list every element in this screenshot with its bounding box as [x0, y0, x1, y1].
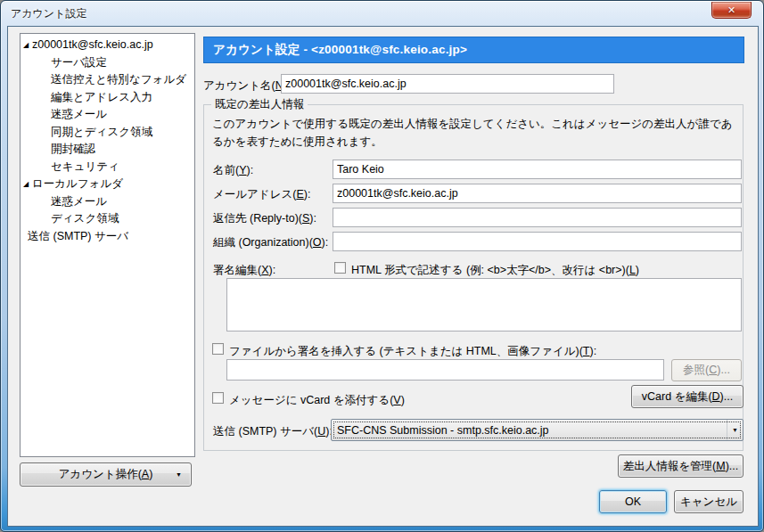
email-input[interactable]	[333, 184, 742, 203]
access-key: O	[313, 236, 322, 249]
label-part: アカウント名(	[203, 79, 275, 92]
label-part: )...	[717, 364, 730, 376]
access-key: U	[317, 425, 325, 438]
tree-item-label: ローカルフォルダ	[32, 177, 123, 190]
reply-to-label: 返信先 (Reply-to)(S):	[213, 211, 316, 226]
label-part: ):	[309, 212, 316, 225]
name-input[interactable]	[333, 160, 742, 179]
tree-item-junk-settings[interactable]: 迷惑メール	[21, 106, 194, 124]
file-signature-checkbox-label: ファイルから署名を挿入する (テキストまたは HTML、画像ファイル)(T):	[229, 344, 596, 359]
tree-item-local-junk[interactable]: 迷惑メール	[21, 193, 194, 211]
access-key: M	[716, 460, 725, 472]
access-key: E	[296, 188, 303, 201]
tree-item-label: 同期とディスク領域	[51, 126, 152, 138]
reply-to-input[interactable]	[333, 208, 742, 227]
tree-item-label: 迷惑メール	[51, 195, 107, 208]
expanded-icon: ◢	[23, 176, 29, 193]
ok-button[interactable]: OK	[599, 490, 667, 513]
html-signature-checkbox-label: HTML 形式で記述する (例: <b>太字</b>、改行は <br>)(L)	[351, 263, 639, 278]
label-part: ):	[269, 264, 276, 276]
label-part: 差出人情報を管理(	[623, 460, 716, 472]
tree-item-outgoing-server[interactable]: 送信 (SMTP) サーバ	[21, 228, 194, 246]
browse-button: 参照(C)...	[671, 359, 742, 381]
attach-vcard-checkbox-label: メッセージに vCard を添付する(V)	[229, 393, 405, 408]
access-key: L	[629, 264, 636, 276]
label-part: 名前(	[213, 164, 239, 176]
label-part: 返信先 (Reply-to)(	[213, 212, 302, 225]
close-icon: ✕	[727, 4, 735, 15]
tree-item-local-disk-space[interactable]: ディスク領域	[21, 210, 194, 228]
label-part: )...	[726, 460, 739, 472]
label-part: ):	[247, 164, 254, 176]
label-part: )...	[720, 390, 734, 403]
label-part: 送信 (SMTP) サーバ(	[213, 425, 317, 438]
smtp-server-select[interactable]: SFC-CNS Submission - smtp.sfc.keio.ac.jp…	[331, 419, 743, 441]
account-name-label: アカウント名(N):	[203, 78, 290, 94]
dropdown-arrow-icon: ▼	[176, 471, 182, 478]
smtp-server-selected-value: SFC-CNS Submission - smtp.sfc.keio.ac.jp	[332, 424, 727, 437]
html-signature-checkbox[interactable]	[334, 262, 346, 274]
button-label: アカウント操作(A)	[59, 467, 153, 482]
tree-item-label: 迷惑メール	[51, 108, 107, 120]
signature-textarea[interactable]	[226, 278, 742, 331]
button-label: 参照(C)...	[683, 363, 730, 378]
label-part: )	[636, 264, 639, 276]
tree-item-label: 送信控えと特別なフォルダ	[51, 73, 186, 86]
close-button[interactable]: ✕	[711, 2, 752, 19]
expanded-icon: ◢	[23, 37, 29, 54]
tree-item-sync-disk-space[interactable]: 同期とディスク領域	[21, 124, 194, 142]
tree-item-label: 開封確認	[51, 143, 95, 155]
tree-item-local-folders[interactable]: ◢ ローカルフォルダ	[21, 176, 194, 193]
file-signature-checkbox[interactable]	[212, 343, 224, 355]
access-key: D	[712, 390, 720, 403]
organization-input[interactable]	[333, 232, 742, 251]
tree-item-label: 編集とアドレス入力	[51, 91, 152, 103]
label-part: 参照(	[683, 364, 709, 376]
tree-item-label: ディスク領域	[51, 212, 119, 225]
tree-item-composition-addressing[interactable]: 編集とアドレス入力	[21, 89, 194, 107]
label-part: ):	[322, 236, 329, 249]
tree-item-return-receipts[interactable]: 開封確認	[21, 141, 194, 159]
label-part: HTML 形式で記述する (例: <b>太字</b>、改行は <br>)(	[351, 264, 629, 276]
access-key: C	[709, 364, 717, 376]
page-title: アカウント設定 - <z00001tk@sfc.keio.ac.jp>	[204, 42, 467, 58]
identity-description: このアカウントで使用する既定の差出人情報を設定してください。これはメッセージの差…	[212, 115, 736, 151]
label-part: 組織 (Organization)(	[213, 236, 313, 249]
manage-identities-button[interactable]: 差出人情報を管理(M)...	[618, 454, 743, 478]
label-part: )	[149, 468, 152, 480]
email-label: メールアドレス(E):	[213, 187, 310, 202]
signature-label: 署名編集(X):	[213, 263, 275, 278]
account-settings-dialog: アカウント設定 ✕ ◢ z00001tk@sfc.keio.ac.jp サーバ設…	[0, 0, 764, 532]
signature-file-path-input[interactable]	[226, 359, 664, 381]
page-header: アカウント設定 - <z00001tk@sfc.keio.ac.jp>	[203, 37, 744, 63]
attach-vcard-checkbox[interactable]	[212, 392, 224, 404]
label-part: アカウント操作(	[59, 468, 142, 480]
label-part: ファイルから署名を挿入する (テキストまたは HTML、画像ファイル)(	[229, 345, 583, 357]
tree-item-label: z00001tk@sfc.keio.ac.jp	[32, 38, 153, 51]
dropdown-arrow-icon: ▼	[727, 420, 743, 440]
button-label: 差出人情報を管理(M)...	[623, 459, 738, 474]
tree-item-label: セキュリティ	[51, 160, 119, 173]
tree-item-account-root[interactable]: ◢ z00001tk@sfc.keio.ac.jp	[21, 37, 194, 54]
tree-item-label: サーバ設定	[51, 56, 107, 69]
group-title: 既定の差出人情報	[211, 97, 308, 112]
label-part: ):	[304, 188, 311, 201]
label-part: vCard を編集(	[642, 390, 712, 403]
button-label: vCard を編集(D)...	[642, 389, 733, 405]
account-name-input[interactable]	[281, 74, 614, 94]
account-actions-button[interactable]: アカウント操作(A) ▼	[20, 462, 192, 487]
edit-vcard-button[interactable]: vCard を編集(D)...	[631, 385, 743, 408]
access-key: V	[393, 394, 400, 406]
label-part: ):	[589, 345, 596, 357]
access-key: Y	[239, 164, 246, 176]
settings-tree: ◢ z00001tk@sfc.keio.ac.jp サーバ設定 送信控えと特別な…	[20, 33, 195, 457]
label-part: 署名編集(	[213, 264, 261, 276]
access-key: X	[261, 264, 268, 276]
label-part: )	[401, 394, 405, 406]
organization-label: 組織 (Organization)(O):	[213, 235, 328, 250]
tree-item-copies-folders[interactable]: 送信控えと特別なフォルダ	[21, 71, 194, 89]
tree-item-server-settings[interactable]: サーバ設定	[21, 54, 194, 72]
tree-item-label: 送信 (SMTP) サーバ	[28, 230, 128, 242]
tree-item-security[interactable]: セキュリティ	[21, 159, 194, 176]
cancel-button[interactable]: キャンセル	[674, 490, 743, 513]
